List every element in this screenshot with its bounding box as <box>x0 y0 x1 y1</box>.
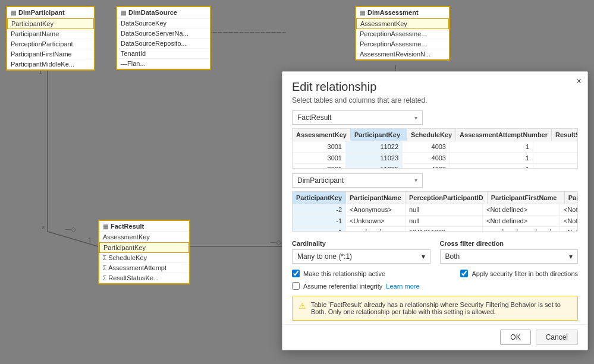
dim-assessment-header: ▦ DimAssessment <box>356 7 449 18</box>
modal-subtitle: Select tables and columns that are relat… <box>282 96 587 110</box>
chevron-down-icon: ▾ <box>422 252 425 261</box>
table-row: -1 <Unknown> null <Not defined> <Not def… <box>293 216 577 227</box>
svg-line-1 <box>48 232 98 246</box>
grid-header: ParticipantKey ParticipantName Perceptio… <box>293 192 577 204</box>
table-icon: ▦ <box>360 10 365 16</box>
top-table-select[interactable]: FactResult ▾ <box>292 110 423 125</box>
warning-text: Table 'FactResult' already has a relatio… <box>311 301 571 315</box>
learn-more-link[interactable]: Learn more <box>386 283 419 290</box>
top-data-grid: AssessmentKey ParticipantKey ScheduleKey… <box>292 128 578 169</box>
warning-banner: ⚠ Table 'FactResult' already has a relat… <box>292 296 578 321</box>
chevron-down-icon: ▾ <box>414 115 417 121</box>
col-head-participantkey[interactable]: ParticipantKey <box>293 192 346 204</box>
col-head-participantkey[interactable]: ParticipantKey <box>351 129 407 141</box>
warning-icon: ⚠ <box>298 301 306 311</box>
fact-result-header: ▦ FactResult <box>99 221 189 232</box>
table-row: DataSourceReposito... <box>117 39 210 49</box>
table-row: -2 <Anonymous> null <Not defined> <Not d… <box>293 204 577 216</box>
referential-integrity-label: Assume referential integrity <box>303 283 382 290</box>
cardinality-label: Cardinality <box>292 240 430 247</box>
table-row: TenantId <box>117 49 210 59</box>
top-table-selector: FactResult ▾ <box>292 110 578 125</box>
table-row: ParticipantMiddleKe... <box>7 59 94 69</box>
bottom-table-select[interactable]: DimParticipant ▾ <box>292 173 423 188</box>
options-section: Cardinality Many to one (*:1) ▾ Cross fi… <box>282 236 587 267</box>
svg-text:*: * <box>42 224 45 233</box>
grid-body: -2 <Anonymous> null <Not defined> <Not d… <box>293 204 577 232</box>
referential-integrity-row: Assume referential integrity Learn more <box>282 280 587 292</box>
table-row: AssessmentRevisionN... <box>356 49 449 59</box>
bottom-table-selector: DimParticipant ▾ <box>292 173 578 188</box>
dim-participant-header: ▦ DimParticipant <box>7 7 94 18</box>
apply-security-row: Apply security filter in both directions <box>451 267 587 280</box>
col-head-participantname: ParticipantName <box>346 192 406 204</box>
svg-text:─◇: ─◇ <box>65 225 77 233</box>
table-icon: ▦ <box>103 223 108 230</box>
col-head-attemptnum: AssessmentAttemptNumber <box>456 129 552 141</box>
canvas: * 1 1 * ─◇ ─◇ 1 ▦ DimParticipant Partici… <box>0 0 594 364</box>
table-row: 3001 11025 4003 1 2 <box>293 164 577 169</box>
cross-filter-select[interactable]: Both ▾ <box>440 249 579 264</box>
table-row: —Flan... <box>117 59 210 69</box>
svg-text:─◇: ─◇ <box>270 238 282 246</box>
dim-datasource-header: ▦ DimDataSource <box>117 7 210 18</box>
col-head-schedulekey: ScheduleKey <box>407 129 456 141</box>
make-active-label: Make this relationship active <box>303 270 385 277</box>
table-row: 3001 11023 4003 1 2 <box>293 153 577 164</box>
table-row: ParticipantName <box>7 29 94 39</box>
close-button[interactable]: × <box>576 77 582 86</box>
referential-integrity-checkbox[interactable] <box>292 282 300 290</box>
chevron-down-icon: ▾ <box>569 252 573 261</box>
cross-filter-section: Cross filter direction Both ▾ <box>440 240 579 264</box>
col-head-middlename: ParticipantMiddleNa... <box>565 192 578 204</box>
bottom-data-grid: ParticipantKey ParticipantName Perceptio… <box>292 191 578 232</box>
table-row: 1 வலைத்தளம் 1341011829 வலைத்தளம்வலைத்தளம… <box>293 227 577 232</box>
table-row: 3001 11022 4003 1 2 <box>293 141 577 153</box>
cancel-button[interactable]: Cancel <box>536 330 578 345</box>
cross-filter-label: Cross filter direction <box>440 240 579 247</box>
table-row: PerceptionAssessme... <box>356 39 449 49</box>
table-icon: ▦ <box>121 10 126 16</box>
table-row: Σ ScheduleKey <box>99 253 189 263</box>
ok-button[interactable]: OK <box>500 330 530 345</box>
dim-datasource-table: ▦ DimDataSource DataSourceKey DataSource… <box>116 6 211 70</box>
apply-security-label: Apply security filter in both directions <box>472 270 578 277</box>
table-row: PerceptionParticipant <box>7 39 94 49</box>
table-row: PerceptionAssessme... <box>356 29 449 39</box>
grid-body: 3001 11022 4003 1 2 3001 11023 4003 1 2 … <box>293 141 577 169</box>
dim-assessment-table: ▦ DimAssessment AssessmentKey Perception… <box>355 6 450 61</box>
table-icon: ▦ <box>11 10 16 16</box>
table-row: Σ ResultStatusKe... <box>99 273 189 283</box>
table-row: DataSourceServerNa... <box>117 29 210 39</box>
table-row: DataSourceKey <box>117 18 210 29</box>
svg-text:1: 1 <box>88 236 92 243</box>
table-row: ParticipantKey <box>99 242 189 253</box>
table-row: ParticipantKey <box>7 18 94 29</box>
col-head-assessmentkey: AssessmentKey <box>293 129 351 141</box>
cardinality-section: Cardinality Many to one (*:1) ▾ <box>292 240 430 264</box>
apply-security-checkbox[interactable] <box>460 270 468 277</box>
make-active-row: Make this relationship active <box>282 267 395 280</box>
grid-header: AssessmentKey ParticipantKey ScheduleKey… <box>293 129 577 141</box>
fact-result-table: ▦ FactResult AssessmentKey ParticipantKe… <box>98 220 190 284</box>
col-head-perceptionid: PerceptionParticipantID <box>406 192 488 204</box>
modal-title: Edit relationship <box>282 72 587 96</box>
col-head-statuskey: ResultStatusKey <box>552 129 578 141</box>
table-row: Σ AssessmentAttempt <box>99 263 189 273</box>
table-row: ParticipantFirstName <box>7 49 94 59</box>
make-active-checkbox[interactable] <box>292 270 300 277</box>
col-head-firstname: ParticipantFirstName <box>488 192 565 204</box>
modal-footer: OK Cancel <box>282 324 587 350</box>
cardinality-select[interactable]: Many to one (*:1) ▾ <box>292 249 430 264</box>
chevron-down-icon: ▾ <box>414 177 417 183</box>
dim-participant-table: ▦ DimParticipant ParticipantKey Particip… <box>6 6 95 71</box>
table-row: AssessmentKey <box>99 232 189 242</box>
edit-relationship-modal: × Edit relationship Select tables and co… <box>282 71 588 350</box>
table-row: AssessmentKey <box>356 18 449 29</box>
